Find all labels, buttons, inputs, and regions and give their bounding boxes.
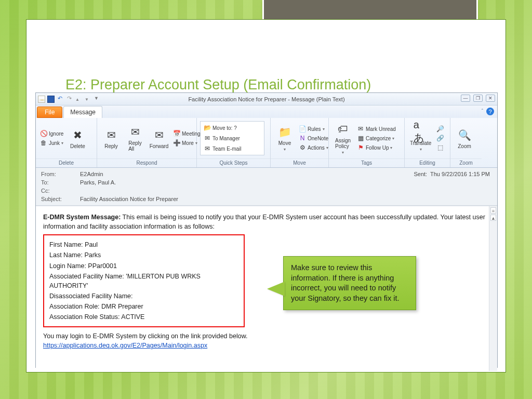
delete-icon: ✖ [70,128,85,142]
categorize-icon: ▦ [357,135,364,142]
to-value: Parks, Paul A. [80,179,116,185]
subject-value: Facility Association Notice for Preparer [80,196,178,202]
onenote-button[interactable]: NOneNote [298,134,329,142]
onenote-icon: N [299,135,306,142]
reply-all-button[interactable]: ✉Reply All [124,124,146,153]
prev-icon[interactable] [75,96,83,103]
group-quicksteps-label: Quick Steps [197,158,270,167]
mail-icon [38,96,45,103]
find-icon: 🔎 [436,125,444,132]
message-body: ≡▲ E-DMR System Message: This email is b… [36,206,497,371]
reply-button[interactable]: ✉Reply [100,127,122,150]
from-label: From: [41,171,80,177]
restore-button[interactable]: ❐ [473,95,483,102]
outlook-window: ▼ Facility Association Notice for Prepar… [35,92,498,368]
group-move-label: Move [271,158,328,167]
mark-unread-button[interactable]: ✉Mark Unread [356,125,397,133]
window-title: Facility Association Notice for Preparer… [36,96,497,102]
move-icon: 📁 [277,125,292,139]
minimize-button[interactable]: — [461,95,470,102]
junk-icon: 🗑 [40,139,47,147]
assign-policy-button[interactable]: 🏷Assign Policy [332,121,354,156]
next-icon[interactable] [85,96,92,103]
translate-button[interactable]: aあTranslate [408,124,433,153]
sent-field: Sent: Thu 9/22/2016 1:15 PM [414,171,490,177]
reply-all-icon: ✉ [128,125,142,139]
rules-icon: 📄 [299,125,306,132]
categorize-button[interactable]: ▦Categorize [356,134,397,142]
close-button[interactable]: ✕ [486,95,495,102]
redo-icon[interactable] [66,96,73,103]
quick-access-toolbar: ▼ [36,96,101,103]
delete-button[interactable]: ✖Delete [66,127,88,150]
slide-title: E2: Preparer Account Setup (Email Confir… [65,77,371,93]
related-button[interactable]: 🔗 [435,134,445,142]
forward-button[interactable]: ✉Forward [148,127,170,150]
group-delete-label: Delete [36,158,97,167]
flag-icon: ⚑ [357,144,364,151]
select-button[interactable]: ⬚ [435,143,445,152]
qat-customize-icon[interactable]: ▼ [94,96,101,103]
cc-label: Cc: [41,188,80,194]
slide-frame: E2: Preparer Account Setup (Email Confir… [26,19,506,373]
undo-icon[interactable] [57,96,64,103]
callout-note: Make sure to review this information. If… [283,256,416,310]
unread-icon: ✉ [357,125,364,132]
more-icon: ➕ [173,139,180,147]
subject-label: Subject: [41,196,80,202]
minimize-ribbon-icon[interactable]: ˆ [482,109,483,114]
rules-button[interactable]: 📄Rules [298,125,329,133]
forward-icon: ✉ [152,128,166,142]
zoom-icon: 🔍 [457,128,472,142]
meeting-icon: 📅 [173,130,180,137]
group-editing-label: Editing [405,158,450,167]
reply-icon: ✉ [104,128,118,142]
ribbon: 🚫Ignore 🗑Junk ✖Delete Delete ✉Reply ✉Rep… [36,118,497,168]
junk-button[interactable]: 🗑Junk [39,139,64,147]
system-message: E-DMR System Message: This email is bein… [43,212,490,231]
select-icon: ⬚ [436,144,444,151]
move-button[interactable]: 📁Move [274,124,296,153]
group-respond-label: Respond [97,158,196,167]
quicksteps-list[interactable]: 📂Move to: ? ✉To Manager ✉Team E-mail [200,121,264,155]
message-headers: From:E2Admin Sent: Thu 9/22/2016 1:15 PM… [36,168,497,206]
translate-icon: aあ [414,125,428,139]
titlebar: ▼ Facility Association Notice for Prepar… [36,93,497,105]
save-icon[interactable] [47,96,55,103]
related-icon: 🔗 [436,135,444,142]
tab-file[interactable]: File [37,107,62,118]
scrollbar[interactable]: ≡▲ [489,206,497,371]
group-tags-label: Tags [329,158,404,167]
assign-policy-icon: 🏷 [336,122,350,137]
ignore-button[interactable]: 🚫Ignore [39,129,64,138]
actions-button[interactable]: ⚙Actions [298,143,329,152]
tab-message[interactable]: Message [63,106,102,118]
from-value: E2Admin [80,171,103,177]
ignore-icon: 🚫 [40,130,47,137]
tomanager-icon: ✉ [204,135,211,142]
find-button[interactable]: 🔎 [435,125,445,133]
group-zoom-label: Zoom [450,158,482,167]
followup-button[interactable]: ⚑Follow Up [356,143,397,152]
teamemail-icon: ✉ [204,145,211,152]
login-prompt: You may login to E-DMR System by clickin… [43,331,490,341]
login-link[interactable]: https://applications.deq.ok.gov/E2/Pages… [43,342,207,349]
zoom-button[interactable]: 🔍Zoom [454,127,475,150]
actions-icon: ⚙ [299,144,306,151]
ribbon-tabs: File Message ˆ ? [36,105,497,118]
help-icon[interactable]: ? [486,108,494,115]
to-label: To: [41,179,80,185]
user-info-box: First Name: Paul Last Name: Parks Login … [43,234,245,327]
moveto-icon: 📂 [204,124,211,131]
